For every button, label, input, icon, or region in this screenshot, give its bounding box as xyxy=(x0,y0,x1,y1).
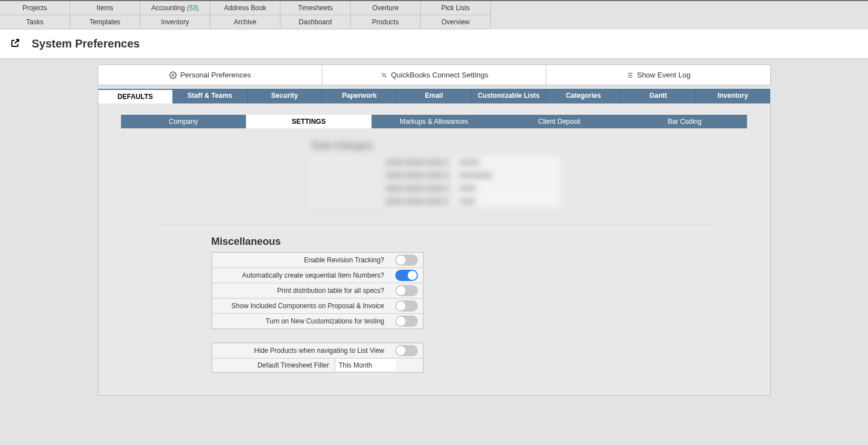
nav-tasks[interactable]: Tasks xyxy=(0,15,70,29)
blurred-section: Sub-charges ■■■■ ■■■■■ ■■■■ ■■■■■■ ■■■■ … xyxy=(307,140,562,214)
misc-toggle-label-3: Show Included Components on Proposal & I… xyxy=(212,299,390,313)
miscellaneous-table: Enable Revision Tracking?Automatically c… xyxy=(211,252,424,329)
subtab-settings[interactable]: SETTINGS xyxy=(246,115,372,128)
misc-toggle-4[interactable] xyxy=(395,316,418,327)
top-navigation: ProjectsItemsAccounting (53)Address Book… xyxy=(0,0,868,29)
nav-badge: (53) xyxy=(185,4,199,12)
nav-overview[interactable]: Overview xyxy=(421,15,491,29)
tab-security[interactable]: Security xyxy=(248,89,322,103)
misc-toggle-label-4: Turn on New Customizations for testing xyxy=(212,314,390,328)
nav-products[interactable]: Products xyxy=(351,15,421,29)
gear-icon xyxy=(169,71,177,79)
nav-templates[interactable]: Templates xyxy=(70,15,140,29)
svg-point-0 xyxy=(172,74,174,76)
nav-address-book[interactable]: Address Book xyxy=(210,1,280,15)
page-title: System Preferences xyxy=(32,37,140,50)
tab-paperwork[interactable]: Paperwork xyxy=(322,89,397,103)
misc-toggle-1[interactable] xyxy=(395,270,418,281)
title-bar: System Preferences xyxy=(0,29,868,59)
nav-timesheets[interactable]: Timesheets xyxy=(280,1,351,15)
misc-toggle-label-2: Print distribution table for all specs? xyxy=(212,284,390,297)
tab-categories[interactable]: Categories xyxy=(546,89,621,103)
nav-pick-lists[interactable]: Pick Lists xyxy=(421,1,491,15)
personal-preferences-button[interactable]: Personal Preferences xyxy=(98,65,322,85)
nav-dashboard[interactable]: Dashboard xyxy=(280,15,351,29)
subtab-company[interactable]: Company xyxy=(121,115,247,128)
tab-staff-teams[interactable]: Staff & Teams xyxy=(173,89,248,103)
tab-inventory[interactable]: Inventory xyxy=(696,89,770,103)
timesheet-filter-label: Default Timesheet Filter xyxy=(212,358,335,372)
preference-buttons-row: Personal Preferences QuickBooks Connect … xyxy=(98,64,771,85)
connect-icon xyxy=(380,71,388,79)
show-event-log-label: Show Event Log xyxy=(637,71,690,79)
content-panel: CompanySETTINGSMarkups & AllowancesClien… xyxy=(98,103,771,396)
nav-overture[interactable]: Overture xyxy=(351,1,421,15)
nav-archive[interactable]: Archive xyxy=(210,15,280,29)
nav-accounting[interactable]: Accounting (53) xyxy=(140,1,210,15)
nav-projects[interactable]: Projects xyxy=(0,1,70,15)
misc-toggle-label-1: Automatically create sequential Item Num… xyxy=(212,269,390,282)
subtab-bar-coding[interactable]: Bar Coding xyxy=(622,115,748,128)
timesheet-filter-value[interactable]: This Month xyxy=(335,359,396,371)
misc-toggle-label-0: Enable Revision Tracking? xyxy=(212,253,390,267)
secondary-tab-row: CompanySETTINGSMarkups & AllowancesClien… xyxy=(121,115,748,128)
show-event-log-button[interactable]: Show Event Log xyxy=(546,65,770,85)
nav-items[interactable]: Items xyxy=(70,1,140,15)
quickbooks-settings-label: QuickBooks Connect Settings xyxy=(391,71,489,79)
misc-toggle-2[interactable] xyxy=(395,285,418,296)
tab-gantt[interactable]: Gantt xyxy=(621,89,696,103)
misc-toggle-3[interactable] xyxy=(395,300,418,312)
tab-defaults[interactable]: DEFAULTS xyxy=(98,89,173,103)
list-icon xyxy=(625,71,633,79)
tab-email[interactable]: Email xyxy=(397,89,472,103)
nav-inventory[interactable]: Inventory xyxy=(140,15,210,29)
subtab-markups-allowances[interactable]: Markups & Allowances xyxy=(372,115,497,128)
miscellaneous-heading: Miscellaneous xyxy=(211,236,770,248)
personal-preferences-label: Personal Preferences xyxy=(180,71,251,79)
primary-tab-row: DEFAULTSStaff & TeamsSecurityPaperworkEm… xyxy=(98,89,771,103)
miscellaneous-extra-table: Hide Products when navigating to List Vi… xyxy=(211,343,424,373)
subtab-client-deposit[interactable]: Client Deposit xyxy=(496,115,622,128)
hide-products-label: Hide Products when navigating to List Vi… xyxy=(212,344,390,357)
quickbooks-settings-button[interactable]: QuickBooks Connect Settings xyxy=(322,65,546,85)
misc-toggle-0[interactable] xyxy=(395,254,418,266)
popout-icon[interactable] xyxy=(10,38,20,50)
tab-customizable-lists[interactable]: Customizable Lists xyxy=(472,89,546,103)
divider xyxy=(155,224,714,224)
hide-products-toggle[interactable] xyxy=(395,345,418,356)
